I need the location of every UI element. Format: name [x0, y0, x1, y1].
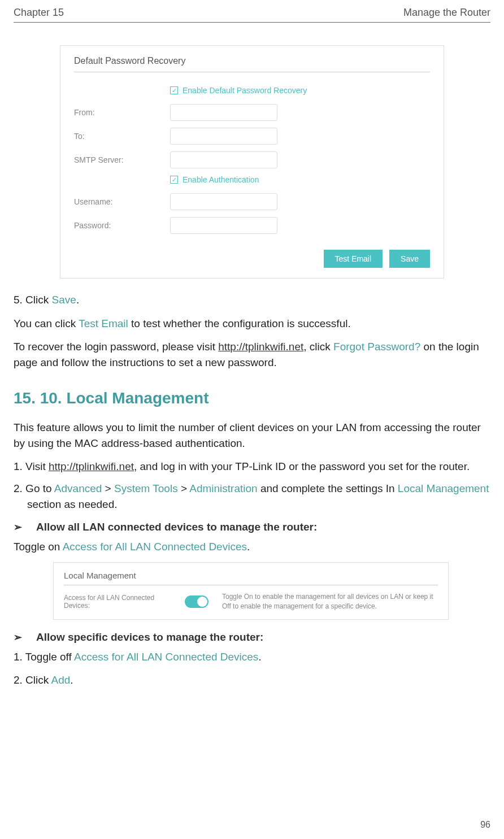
- panel2-title: Local Management: [64, 571, 438, 585]
- access-all-desc: Toggle On to enable the management for a…: [222, 592, 438, 611]
- advanced-ref: Advanced: [54, 482, 102, 494]
- access-all-ref: Access for All LAN Connected Devices: [74, 651, 258, 663]
- chevron-icon: ➢: [14, 521, 36, 533]
- text: .: [70, 674, 73, 686]
- step-2: 2. Go to Advanced > System Tools > Admin…: [14, 481, 490, 513]
- panel-buttons: Test Email Save: [74, 250, 430, 268]
- page-number: 96: [480, 820, 490, 830]
- text: and complete the settings In: [258, 482, 398, 494]
- from-label: From:: [74, 108, 170, 117]
- enable-auth-label: Enable Authentication: [183, 175, 259, 184]
- test-email-button[interactable]: Test Email: [324, 250, 383, 268]
- page-title: Manage the Router: [403, 7, 490, 19]
- bullet-allow-all: ➢ Allow all LAN connected devices to man…: [14, 521, 490, 533]
- checkbox-icon[interactable]: ✓: [170, 86, 178, 94]
- text: .: [258, 651, 261, 663]
- panel2-row: Access for All LAN Connected Devices: To…: [64, 592, 438, 611]
- system-tools-ref: System Tools: [114, 482, 178, 494]
- text: 1. Toggle off: [14, 651, 74, 663]
- bullet-text: Allow specific devices to manage the rou…: [36, 631, 263, 644]
- password-recovery-panel: Default Password Recovery ✓ Enable Defau…: [60, 45, 444, 279]
- to-label: To:: [74, 132, 170, 141]
- click-add-text: 2. Click Add.: [14, 672, 490, 688]
- recover-note: To recover the login password, please vi…: [14, 339, 490, 370]
- local-mgmt-ref: Local Management: [398, 482, 489, 494]
- tplink-link[interactable]: http://tplinkwifi.net: [218, 341, 303, 353]
- enable-auth-row: ✓ Enable Authentication: [170, 175, 430, 184]
- smtp-input[interactable]: [170, 151, 277, 168]
- text: 2. Go to: [14, 482, 54, 494]
- chevron-icon: ➢: [14, 631, 36, 644]
- username-row: Username:: [74, 193, 430, 210]
- test-email-ref: Test Email: [79, 318, 128, 329]
- access-all-toggle[interactable]: [185, 595, 208, 608]
- password-row: Password:: [74, 217, 430, 234]
- text: To recover the login password, please vi…: [14, 341, 218, 353]
- from-input[interactable]: [170, 104, 277, 121]
- section-intro: This feature allows you to limit the num…: [14, 420, 490, 451]
- text: , click: [303, 341, 333, 353]
- text: to test whether the configuration is suc…: [128, 318, 351, 329]
- text: You can click: [14, 318, 79, 329]
- save-ref: Save: [52, 294, 76, 306]
- text: Toggle on: [14, 541, 63, 553]
- section-heading: 15. 10. Local Management: [14, 389, 490, 407]
- toggle-off-text: 1. Toggle off Access for All LAN Connect…: [14, 649, 490, 665]
- step-5: 5. Click Save.: [14, 292, 490, 308]
- bullet-text: Allow all LAN connected devices to manag…: [36, 521, 317, 533]
- enable-recovery-row: ✓ Enable Default Password Recovery: [170, 86, 430, 95]
- from-row: From:: [74, 104, 430, 121]
- bullet-allow-specific: ➢ Allow specific devices to manage the r…: [14, 631, 490, 644]
- text: , and log in with your TP-Link ID or the…: [134, 460, 470, 472]
- username-input[interactable]: [170, 193, 277, 210]
- smtp-row: SMTP Server:: [74, 151, 430, 168]
- save-button[interactable]: Save: [389, 250, 430, 268]
- text: .: [76, 294, 79, 306]
- test-email-note: You can click Test Email to test whether…: [14, 316, 490, 332]
- access-all-label: Access for All LAN Connected Devices:: [64, 594, 171, 610]
- local-management-panel: Local Management Access for All LAN Conn…: [53, 562, 449, 620]
- text: >: [178, 482, 190, 494]
- text: 1. Visit: [14, 460, 49, 472]
- page-header: Chapter 15 Manage the Router: [14, 7, 490, 23]
- panel-title: Default Password Recovery: [74, 56, 430, 72]
- text: 5. Click: [14, 294, 52, 306]
- text: >: [102, 482, 114, 494]
- to-row: To:: [74, 128, 430, 145]
- chapter-label: Chapter 15: [14, 7, 64, 19]
- administration-ref: Administration: [189, 482, 257, 494]
- toggle-on-text: Toggle on Access for All LAN Connected D…: [14, 539, 490, 555]
- enable-recovery-label: Enable Default Password Recovery: [183, 86, 307, 95]
- tplink-link[interactable]: http://tplinkwifi.net: [49, 460, 134, 472]
- smtp-label: SMTP Server:: [74, 155, 170, 164]
- text: section as needed.: [27, 498, 118, 510]
- password-input[interactable]: [170, 217, 277, 234]
- text: 2. Click: [14, 674, 51, 686]
- checkbox-icon[interactable]: ✓: [170, 176, 178, 184]
- access-all-ref: Access for All LAN Connected Devices: [63, 541, 247, 553]
- password-label: Password:: [74, 221, 170, 230]
- to-input[interactable]: [170, 128, 277, 145]
- forgot-password-ref: Forgot Password?: [333, 341, 420, 353]
- add-ref: Add: [51, 674, 71, 686]
- username-label: Username:: [74, 197, 170, 206]
- step-1: 1. Visit http://tplinkwifi.net, and log …: [14, 459, 490, 475]
- text: .: [247, 541, 250, 553]
